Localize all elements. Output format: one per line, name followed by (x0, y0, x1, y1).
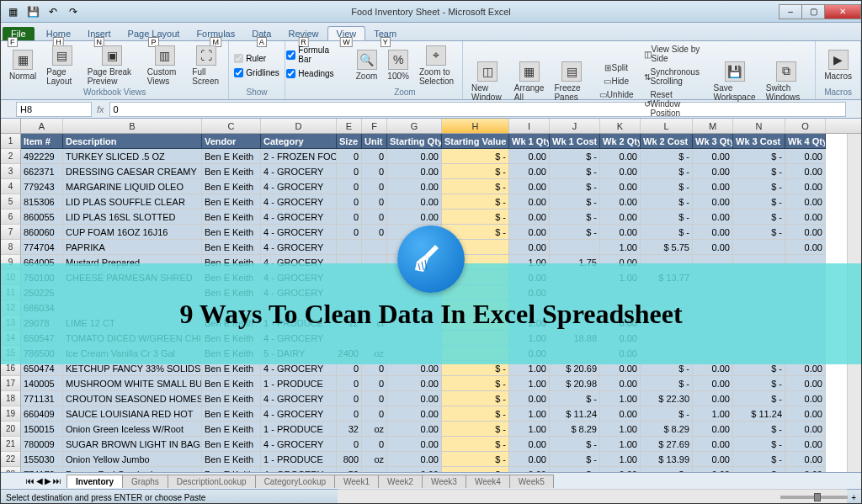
cell[interactable]: $ - (550, 210, 600, 225)
row-header[interactable]: 1 (1, 134, 21, 149)
cell[interactable]: 0.00 (509, 467, 550, 472)
row-header[interactable]: 3 (1, 164, 21, 179)
column-header-N[interactable]: N (733, 119, 785, 133)
header-cell[interactable]: Wk 3 Cost (733, 134, 785, 149)
cell[interactable]: 0.00 (693, 467, 733, 472)
cell[interactable]: $ - (641, 194, 693, 210)
cell[interactable]: Ben E Keith (202, 240, 261, 255)
zoom-button[interactable]: 🔍Zoom (353, 48, 381, 82)
cell[interactable]: 0.00 (600, 406, 641, 422)
custom-views-button[interactable]: ▥Custom Views (144, 44, 186, 88)
sheet-tab-inventory[interactable]: Inventory (67, 475, 123, 488)
cell[interactable]: 0.00 (785, 376, 826, 391)
cell[interactable]: 4 - GROCERY (261, 467, 337, 472)
cell[interactable]: 0 (362, 406, 387, 422)
cell[interactable]: 1.00 (509, 422, 550, 437)
cell[interactable]: Ben E Keith (202, 164, 261, 179)
cell[interactable]: 0 (337, 210, 362, 225)
row-header[interactable]: 19 (1, 406, 21, 422)
cell[interactable]: $ - (550, 179, 600, 194)
row-header[interactable]: 4 (1, 179, 21, 194)
side-by-side-button[interactable]: ◫ View Side by Side (641, 43, 707, 65)
cell[interactable]: 0 (337, 391, 362, 406)
cell[interactable]: Ben E Keith (202, 467, 261, 472)
column-header-O[interactable]: O (785, 119, 826, 133)
cell[interactable]: $ - (550, 391, 600, 406)
cell[interactable]: 0.00 (387, 149, 442, 164)
cell[interactable]: 1.00 (509, 406, 550, 422)
cell[interactable]: Onion Green Iceless W/Root (63, 422, 202, 437)
zoom-in-button[interactable]: + (851, 493, 856, 502)
header-cell[interactable]: Category (261, 134, 337, 149)
column-header-I[interactable]: I (509, 119, 550, 133)
row-header[interactable]: 5 (1, 194, 21, 210)
cell[interactable] (733, 240, 785, 255)
tab-nav-last[interactable]: ⏭ (53, 476, 61, 485)
header-cell[interactable]: Unit (362, 134, 387, 149)
cell[interactable]: 0.00 (509, 149, 550, 164)
cell[interactable]: Pepper Red Crushed (63, 467, 202, 472)
cell[interactable]: 0.00 (509, 452, 550, 467)
cell[interactable]: $ - (550, 194, 600, 210)
cell[interactable]: 771131 (21, 391, 63, 406)
full-screen-button[interactable]: ⛶Full Screen (189, 44, 223, 88)
cell[interactable]: 1 - PRODUCE (261, 376, 337, 391)
cell[interactable]: 1 - PRODUCE (261, 452, 337, 467)
cell[interactable]: 0.00 (785, 164, 826, 179)
cell[interactable]: $ - (442, 179, 509, 194)
cell[interactable]: $ - (550, 467, 600, 472)
cell[interactable]: Ben E Keith (202, 179, 261, 194)
cell[interactable]: Ben E Keith (202, 210, 261, 225)
cell[interactable]: $ - (641, 164, 693, 179)
cell[interactable]: 0.00 (693, 194, 733, 210)
cell[interactable]: $ - (733, 194, 785, 210)
cell[interactable]: 0.00 (387, 391, 442, 406)
cell[interactable]: Ben E Keith (202, 391, 261, 406)
cell[interactable]: $ - (550, 437, 600, 452)
cell[interactable]: $ - (641, 149, 693, 164)
cell[interactable]: Ben E Keith (202, 194, 261, 210)
minimize-button[interactable]: – (779, 4, 802, 19)
cell[interactable]: 4 - GROCERY (261, 406, 337, 422)
cell[interactable]: 0.00 (509, 437, 550, 452)
cell[interactable]: 0.00 (693, 391, 733, 406)
cell[interactable]: 140005 (21, 376, 63, 391)
cell[interactable]: 1.00 (600, 437, 641, 452)
column-header-K[interactable]: K (600, 119, 641, 133)
cell[interactable]: 0.00 (387, 210, 442, 225)
cell[interactable]: 0.00 (509, 391, 550, 406)
column-header-F[interactable]: F (362, 119, 387, 133)
sheet-tab-categorylookup[interactable]: CategoryLookup (255, 475, 335, 488)
cell[interactable]: 0.00 (600, 225, 641, 240)
cell[interactable]: 0.00 (387, 376, 442, 391)
row-header[interactable]: 7 (1, 225, 21, 240)
cell[interactable]: 1.00 (600, 452, 641, 467)
gridlines-checkbox[interactable]: Gridlines (234, 67, 279, 78)
sheet-tab-week2[interactable]: Week2 (378, 475, 423, 488)
cell[interactable]: $ 22.30 (641, 391, 693, 406)
cell[interactable]: $ - (733, 437, 785, 452)
cell[interactable]: 0.00 (387, 164, 442, 179)
cell[interactable]: $ - (641, 225, 693, 240)
name-box[interactable]: H8 (16, 102, 92, 117)
column-header-D[interactable]: D (261, 119, 337, 133)
cell[interactable]: LID PLAS 16SL SLOTTED (63, 210, 202, 225)
cell[interactable]: 4 - GROCERY (261, 391, 337, 406)
cell[interactable]: $ - (442, 194, 509, 210)
header-cell[interactable]: Wk 3 Qty (693, 134, 733, 149)
cell[interactable]: 4 - GROCERY (261, 225, 337, 240)
column-header-L[interactable]: L (641, 119, 693, 133)
cell[interactable]: 32 (337, 422, 362, 437)
cell[interactable]: 0.00 (785, 240, 826, 255)
tab-formulas[interactable]: FormulasM (188, 27, 243, 40)
close-button[interactable]: ✕ (824, 4, 861, 19)
sheet-tab-week3[interactable]: Week3 (422, 475, 466, 488)
cell[interactable]: $ 11.24 (550, 406, 600, 422)
cell[interactable]: 0.00 (387, 467, 442, 472)
header-cell[interactable]: Wk 1 Cost (550, 134, 600, 149)
cell[interactable]: MARGARINE LIQUID OLEO (63, 179, 202, 194)
column-header-G[interactable]: G (387, 119, 442, 133)
cell[interactable]: 1.00 (600, 422, 641, 437)
sheet-tab-week4[interactable]: Week4 (466, 475, 510, 488)
cell[interactable]: DRESSING CAESAR CREAMY (63, 164, 202, 179)
